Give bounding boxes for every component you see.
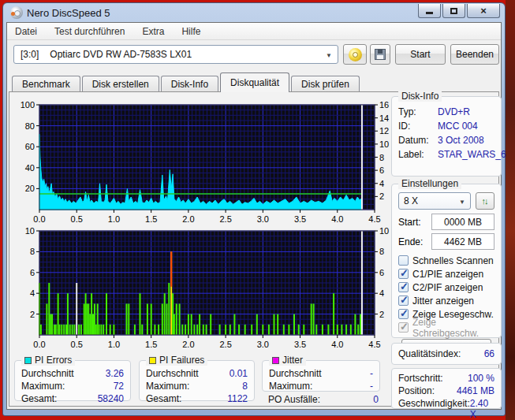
nero-discspeed-icon [10, 6, 23, 19]
stat-row: Durchschnitt0.01 [146, 367, 248, 380]
checkbox [398, 255, 409, 266]
refresh-button[interactable]: ↑↓ [476, 192, 494, 210]
menu-hilfe[interactable]: Hilfe [181, 26, 200, 37]
chevron-down-icon: ▼ [326, 52, 332, 59]
minimize-button[interactable] [418, 4, 441, 18]
chevron-down-icon: ▼ [459, 199, 465, 206]
pi-failures-legend-swatch [149, 357, 156, 364]
svg-text:2: 2 [30, 310, 35, 319]
refresh-icon: ↑↓ [482, 196, 487, 206]
pi-errors-title: PI Errors [35, 355, 72, 366]
checkbox-c2-pif[interactable]: C2/PIF anzeigen [398, 281, 494, 294]
checkbox-schnelles-scannen[interactable]: Schnelles Scannen [398, 254, 494, 267]
settings-title: Einstellungen [398, 178, 461, 189]
disk-label-row: Label:STAR_WARS_6 [398, 147, 494, 162]
svg-text:6: 6 [30, 268, 35, 277]
close-button[interactable]: × [467, 4, 500, 18]
tab-disk-pruefen[interactable]: Disk prüfen [291, 76, 360, 92]
svg-text:0.0: 0.0 [33, 340, 45, 348]
jitter-legend-swatch [272, 357, 279, 364]
menu-datei[interactable]: Datei [15, 26, 37, 37]
svg-text:0.5: 0.5 [71, 340, 83, 348]
menubar: Datei Test durchführen Extra Hilfe [7, 23, 501, 40]
pi-errors-legend-swatch [24, 357, 32, 364]
toolbar: [3:0] Optiarc DVD RW AD-7583S LX01 ▼ Sta… [7, 43, 501, 68]
svg-text:4.5: 4.5 [368, 214, 380, 223]
disk-id-row: ID:MCC 004 [398, 119, 494, 133]
svg-text:4.0: 4.0 [331, 340, 343, 348]
svg-text:3.0: 3.0 [257, 214, 269, 223]
disc-icon [349, 48, 362, 61]
drive-selector[interactable]: [3:0] Optiarc DVD RW AD-7583S LX01 ▼ [13, 45, 338, 64]
save-button[interactable] [370, 44, 390, 65]
app-window: Nero DiscSpeed 5 × Datei Test durchführe… [2, 2, 506, 416]
window-title: Nero DiscSpeed 5 [27, 7, 418, 19]
tab-disk-info[interactable]: Disk-Info [161, 76, 218, 92]
diskqualitaet-page: 204060801002468101214160.00.51.01.52.02.… [9, 91, 499, 407]
svg-text:2.0: 2.0 [182, 214, 194, 223]
tab-disk-erstellen[interactable]: Disk erstellen [82, 76, 159, 92]
menu-test-durchfuehren[interactable]: Test durchführen [54, 26, 125, 37]
svg-text:1.0: 1.0 [108, 214, 120, 223]
svg-text:8: 8 [30, 247, 35, 256]
quality-label: Qualitätsindex: [398, 348, 461, 359]
svg-text:8: 8 [379, 153, 384, 162]
checkbox [398, 309, 409, 319]
titlebar: Nero DiscSpeed 5 × [6, 3, 502, 22]
pi-errors-chart: 204060801002468101214160.00.51.01.52.02.… [9, 97, 397, 223]
svg-text:4: 4 [379, 179, 384, 188]
checkbox-c1-pie[interactable]: C1/PIE anzeigen [398, 267, 494, 281]
quality-value: 66 [484, 348, 494, 359]
end-field[interactable]: 4462 MB [431, 233, 494, 250]
checkbox [398, 295, 409, 306]
quit-button[interactable]: Beenden [450, 44, 499, 65]
checkbox [398, 269, 409, 279]
start-field[interactable]: 0000 MB [431, 214, 494, 230]
tab-diskqualitaet[interactable]: Diskqualität [220, 72, 289, 92]
stat-row: Durchschnitt3.26 [21, 367, 124, 380]
svg-text:80: 80 [25, 121, 35, 131]
svg-text:20: 20 [25, 184, 35, 193]
jitter-title: Jitter [282, 355, 303, 366]
svg-text:1.5: 1.5 [145, 340, 157, 348]
svg-text:8: 8 [379, 247, 384, 256]
pi-failures-chart: 2468102468100.00.51.01.52.02.53.03.54.04… [9, 223, 397, 348]
eject-disc-button[interactable] [343, 44, 367, 65]
client-area: Datei Test durchführen Extra Hilfe [3:0]… [6, 22, 502, 410]
speed-row: Geschwindigkeit:2.40 X [398, 397, 494, 420]
po-failures-row: PO Ausfälle:0 [268, 393, 379, 406]
menu-extra[interactable]: Extra [142, 26, 164, 37]
pi-failures-title: PI Failures [159, 355, 204, 366]
tab-benchmark[interactable]: Benchmark [12, 76, 80, 92]
maximize-button[interactable] [442, 4, 465, 18]
position-row: Position:4461 MB [398, 385, 494, 397]
stat-row: Gesamt:1122 [146, 392, 248, 405]
checkbox-jitter[interactable]: Jitter anzeigen [398, 294, 494, 307]
svg-text:4: 4 [379, 288, 384, 298]
svg-text:2: 2 [379, 310, 384, 319]
drive-name: Optiarc DVD RW AD-7583S LX01 [50, 49, 192, 60]
svg-text:2.5: 2.5 [219, 340, 231, 348]
start-label: Start: [398, 217, 431, 228]
svg-text:10: 10 [379, 139, 389, 149]
svg-text:10: 10 [379, 226, 389, 236]
svg-text:60: 60 [25, 142, 35, 151]
svg-text:3.5: 3.5 [294, 340, 306, 348]
svg-text:3.5: 3.5 [294, 214, 306, 223]
drive-bus: [3:0] [21, 49, 39, 60]
start-button[interactable]: Start [395, 44, 446, 65]
svg-text:12: 12 [379, 126, 389, 136]
minimize-icon [426, 12, 433, 14]
svg-text:4.0: 4.0 [331, 214, 343, 223]
speed-select[interactable]: 8 X ▼ [398, 192, 471, 210]
svg-text:6: 6 [379, 268, 384, 277]
checkbox [398, 282, 409, 292]
pi-failures-stats-box: PI Failures Durchschnitt0.01 Maximum:8 G… [139, 360, 255, 401]
stat-row: Maximum:72 [21, 380, 124, 392]
svg-text:100: 100 [21, 100, 35, 110]
svg-text:2.0: 2.0 [182, 340, 194, 348]
disk-type-row: Typ:DVD+R [398, 105, 494, 119]
tab-strip: Benchmark Disk erstellen Disk-Info Diskq… [12, 72, 361, 92]
progress-box: Fortschritt:100 % Position:4461 MB Gesch… [391, 368, 502, 409]
svg-text:4: 4 [30, 288, 35, 298]
